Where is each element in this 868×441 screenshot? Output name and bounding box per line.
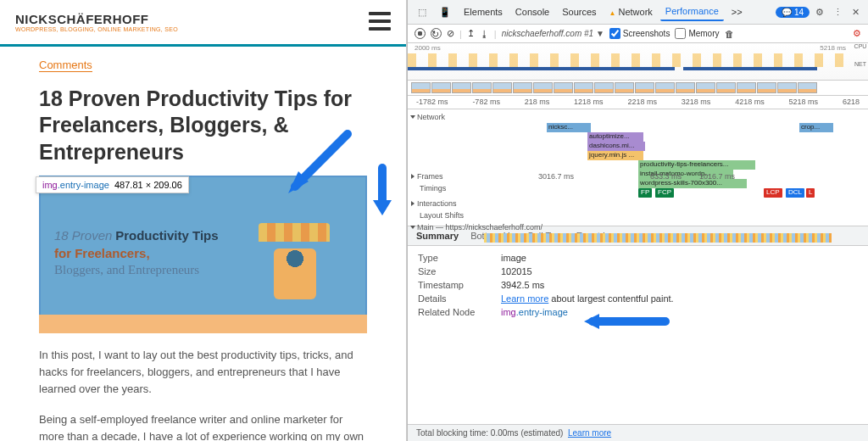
section-network[interactable]: Network: [417, 113, 485, 121]
footer-learn-more[interactable]: Learn more: [568, 428, 611, 438]
page-preview: NICKSCHÄFERHOFF WORDPRESS, BLOGGING, ONL…: [0, 0, 407, 441]
tabs-more[interactable]: >>: [726, 3, 748, 20]
breadcrumb: Comments: [0, 47, 406, 75]
related-node[interactable]: img.entry-image: [501, 307, 568, 317]
recording-select[interactable]: nickschaeferhoff.com #1 ▼: [502, 29, 604, 38]
inspect-tooltip: img.entry-image 487.81 × 209.06: [36, 176, 189, 193]
timing-marker-fp[interactable]: FP: [638, 188, 652, 198]
tab-performance[interactable]: Performance: [660, 3, 724, 21]
logo-tagline: WORDPRESS, BLOGGING, ONLINE MARKETING, S…: [15, 26, 178, 32]
timing-marker-fcp[interactable]: FCP: [655, 188, 674, 198]
perf-toolbar: ↻ ⊘ | ↥ ⭳ | nickschaeferhoff.com #1 ▼ Sc…: [408, 25, 868, 43]
inspect-icon[interactable]: ⬚: [413, 3, 431, 21]
memory-checkbox[interactable]: Memory: [675, 28, 719, 39]
screenshots-checkbox[interactable]: Screenshots: [609, 28, 670, 39]
article-title: 18 Proven Productivity Tips for Freelanc…: [39, 86, 367, 165]
tab-sources[interactable]: Sources: [557, 3, 601, 20]
network-bar[interactable]: nicksc...: [547, 123, 591, 132]
capture-settings-icon[interactable]: ⚙: [853, 28, 861, 39]
reload-record-icon[interactable]: ↻: [431, 28, 442, 39]
article-para-1: In this post, I want to lay out the best…: [39, 347, 367, 398]
timing-marker-l[interactable]: L: [806, 188, 815, 198]
tab-console[interactable]: Console: [510, 3, 554, 20]
menu-icon[interactable]: [369, 12, 391, 31]
flame-chart[interactable]: Network nicksc...crop...autoptimize...da…: [408, 109, 868, 226]
summary-pane: Typeimage Size102015 Timestamp3942.5 ms …: [408, 246, 868, 424]
learn-more-link[interactable]: Learn more: [501, 293, 548, 304]
network-bar[interactable]: autoptimize...: [587, 132, 643, 142]
comments-link[interactable]: Comments: [39, 59, 92, 72]
devtools-panel: ⬚ 📱 Elements Console Sources Network Per…: [407, 0, 868, 441]
device-icon[interactable]: 📱: [434, 3, 456, 21]
footer-status: Total blocking time: 0.00ms (estimated) …: [408, 424, 868, 441]
section-layout-shifts[interactable]: Layout Shifts: [420, 211, 487, 220]
site-header: NICKSCHÄFERHOFF WORDPRESS, BLOGGING, ONL…: [0, 0, 406, 47]
screenshot-strip[interactable]: [408, 81, 868, 96]
issues-badge[interactable]: 💬 14: [776, 7, 810, 18]
record-icon[interactable]: [415, 28, 426, 39]
upload-icon[interactable]: ↥: [467, 28, 475, 39]
timing-marker-lcp[interactable]: LCP: [764, 188, 782, 198]
logo-title: NICKSCHÄFERHOFF: [15, 12, 178, 26]
tab-elements[interactable]: Elements: [459, 3, 508, 20]
devtools-tabbar: ⬚ 📱 Elements Console Sources Network Per…: [408, 0, 868, 25]
download-icon[interactable]: ⭳: [480, 29, 489, 39]
overview-strip[interactable]: 2000 ms5218 ms CPUNET: [408, 43, 868, 81]
more-icon[interactable]: ⋮: [830, 5, 846, 20]
close-icon[interactable]: ✕: [849, 5, 863, 20]
section-frames[interactable]: Frames: [417, 172, 485, 181]
network-bar[interactable]: jquery.min.js ...: [587, 151, 643, 160]
timing-marker-dcl[interactable]: DCL: [786, 188, 804, 198]
hero-illustration: [243, 223, 345, 308]
clear-icon[interactable]: ⊘: [447, 28, 454, 39]
network-bar[interactable]: crop...: [799, 123, 833, 132]
section-main[interactable]: Main — https://nickschaeferhoff.com/: [417, 223, 542, 232]
time-ruler[interactable]: -1782 ms-782 ms218 ms1218 ms2218 ms3218 …: [408, 96, 868, 109]
section-interactions[interactable]: Interactions: [417, 199, 485, 208]
hero-text: 18 Proven Productivity Tips for Freelanc…: [54, 228, 219, 277]
article-para-2: Being a self-employed freelance writer a…: [39, 411, 367, 441]
trash-icon[interactable]: 🗑: [725, 29, 734, 39]
section-timings[interactable]: Timings: [420, 184, 487, 193]
network-bar[interactable]: dashicons.mi...: [587, 142, 645, 151]
tab-network[interactable]: Network: [604, 3, 658, 20]
settings-icon[interactable]: ⚙: [812, 5, 827, 20]
entry-image[interactable]: 18 Proven Productivity Tips for Freelanc…: [39, 176, 367, 333]
network-bar[interactable]: productivity-tips-freelancers...: [638, 160, 755, 170]
site-logo[interactable]: NICKSCHÄFERHOFF WORDPRESS, BLOGGING, ONL…: [15, 12, 178, 32]
